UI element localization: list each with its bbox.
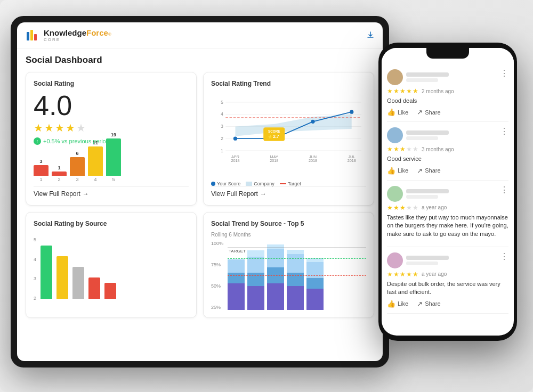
review-meta-1: ★ ★ ★ ★ ★ 2 months ago [387,87,508,95]
user-info-3 [406,189,449,199]
review-top-1: ⋮ [387,69,508,85]
more-icon-1[interactable]: ⋮ [500,69,508,78]
src-bar-rect-2 [56,256,68,299]
rs-1-2: ★ [393,87,399,95]
username-1 [406,72,449,77]
dashboard-title: Social Dashboard [26,55,374,66]
rs-2-1: ★ [387,145,393,153]
review-text-3: Tastes like they put way too much mayonn… [387,214,508,238]
avatar-2 [387,127,403,143]
bar-2 [52,172,67,176]
seg-4-4 [287,250,304,254]
phone-device: ⋮ ★ ★ ★ ★ ★ 2 months ago Good deals [378,43,517,341]
src-bar-rect-5 [104,283,116,299]
rs-2-3: ★ [400,145,406,153]
review-text-4: Despite out bulk order, the service was … [387,280,508,297]
sy-75: 75% [211,262,223,267]
like-btn-4[interactable]: 👍 Like [387,300,408,308]
social-rating-card: Social Rating 4.0 ★ ★ ★ ★ ★ ↑ +0.5% vs p… [26,72,197,206]
svg-rect-1 [30,30,33,40]
bar-group-1: 3 1 [34,159,49,182]
source-bars [41,232,116,301]
like-btn-1[interactable]: 👍 Like [387,108,408,116]
change-arrow-icon: ↑ [34,137,41,145]
rating-bar-chart: 3 1 1 2 6 [34,150,189,182]
usersub-4 [406,262,438,265]
rs-1-3: ★ [400,87,406,95]
like-btn-2[interactable]: 👍 Like [387,167,408,175]
more-icon-4[interactable]: ⋮ [500,252,508,261]
review-top-4: ⋮ [387,252,508,268]
seg-3-1 [267,283,284,310]
rs-1-5: ★ [413,87,418,95]
stacked-col-3 [267,243,284,310]
svg-rect-0 [27,32,29,40]
review-top-2: ⋮ [387,127,508,143]
src-bar-2 [56,256,68,299]
more-icon-2[interactable]: ⋮ [500,127,508,136]
view-full-report-btn-1[interactable]: View Full Report → [34,186,189,198]
svg-text:2.7: 2.7 [273,134,279,139]
rs-2-5: ★ [413,145,418,153]
more-icon-3[interactable]: ⋮ [500,186,508,194]
download-icon [367,31,374,39]
source-y-axis: 5 4 3 2 [34,237,38,301]
sy-100: 100% [211,241,223,246]
sy-50: 50% [211,283,223,289]
review-actions-2: 👍 Like ↗ Share [387,167,508,175]
username-3 [406,189,449,193]
bar-val-3: 6 [76,151,78,156]
rs-3-2: ★ [393,204,399,211]
review-text-2: Good service [387,155,508,163]
share-label-2: Share [425,167,440,174]
avatar-1 [387,69,403,85]
star-2: ★ [44,121,54,134]
bar-lbl-5: 5 [112,177,115,182]
reviews-list: ⋮ ★ ★ ★ ★ ★ 2 months ago Good deals [382,64,514,336]
y-4: 4 [34,257,36,262]
header-right [367,31,374,39]
bar-1 [34,165,49,176]
like-icon-2: 👍 [387,167,395,175]
seg-1-3 [228,259,245,273]
rs-3-3: ★ [400,204,406,211]
seg-2-1 [247,286,264,310]
src-bar-3 [72,267,84,299]
username-4 [406,256,449,260]
user-info-4 [406,256,449,265]
review-time-2: 3 months ago [422,146,454,152]
legend-company: Company [246,181,274,186]
share-btn-4[interactable]: ↗ Share [417,300,440,308]
tablet-header: Knowledge Force ® CORE [17,22,383,48]
rs-3-1: ★ [387,204,393,211]
review-user-4 [387,252,449,268]
your-score-dot [211,182,215,186]
bar-group-3: 6 3 [70,151,85,182]
review-meta-4: ★ ★ ★ ★ ★ a year ago [387,271,508,278]
share-icon-2: ↗ [417,167,423,175]
tablet-content: Social Dashboard Social Rating 4.0 ★ ★ ★… [17,48,383,361]
bar-group-4: 11 4 [88,140,103,182]
bar-group-2: 1 2 [52,165,67,182]
svg-text:2018: 2018 [309,158,317,163]
seg-5-1 [306,289,324,310]
usersub-3 [406,195,438,199]
svg-point-14 [233,137,237,141]
like-label-1: Like [398,109,408,116]
share-btn-1[interactable]: ↗ Share [417,108,440,116]
logo-knowledge: Knowledge [44,28,86,37]
usersub-2 [406,136,438,140]
review-actions-4: 👍 Like ↗ Share [387,300,508,308]
share-btn-2[interactable]: ↗ Share [417,167,440,175]
stacked-title: Social Trend by Source - Top 5 [211,220,366,227]
review-user-1 [387,69,449,85]
view-full-report-btn-2[interactable]: View Full Report → [211,186,366,198]
review-time-3: a year ago [422,205,447,210]
star-1: ★ [34,121,43,134]
legend-target: Target [280,181,301,186]
seg-2-3 [247,257,264,273]
avatar-4 [387,252,403,268]
src-bar-rect-3 [72,267,84,299]
review-stars-2: ★ ★ ★ ★ ★ [387,145,418,153]
social-trend-card: Social Rating Trend 5 [203,72,374,206]
